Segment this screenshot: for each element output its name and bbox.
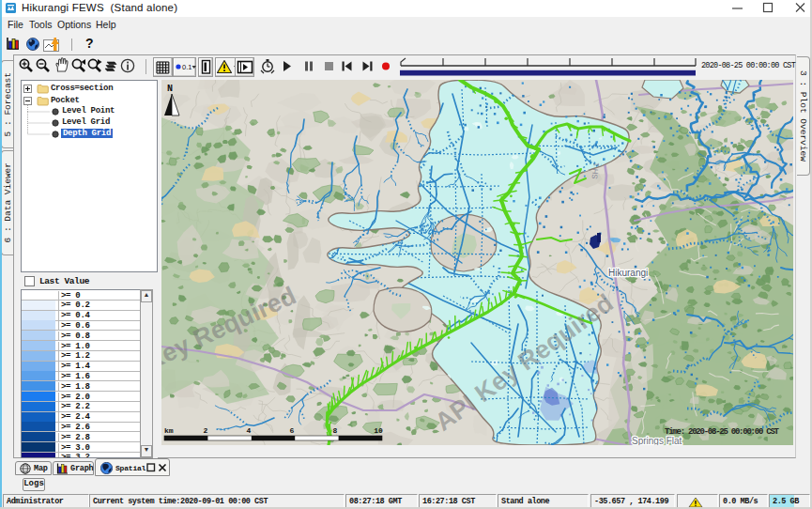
svg-text:6: 6 xyxy=(290,426,295,435)
svg-text:Springs Flat: Springs Flat xyxy=(632,436,682,445)
svg-text:4: 4 xyxy=(247,426,252,435)
svg-text:Time: 2020-08-25 00:00:00 CST: Time: 2020-08-25 00:00:00 CST xyxy=(665,427,780,437)
svg-text:8: 8 xyxy=(333,426,338,435)
svg-text:N: N xyxy=(167,84,173,94)
svg-text:10: 10 xyxy=(374,426,383,435)
svg-text:2: 2 xyxy=(204,426,208,435)
svg-text:0.1: 0.1 xyxy=(182,63,192,71)
svg-text:Hikurangi: Hikurangi xyxy=(608,268,648,278)
svg-text:SH 1: SH 1 xyxy=(590,162,601,179)
svg-text:km: km xyxy=(164,426,174,435)
